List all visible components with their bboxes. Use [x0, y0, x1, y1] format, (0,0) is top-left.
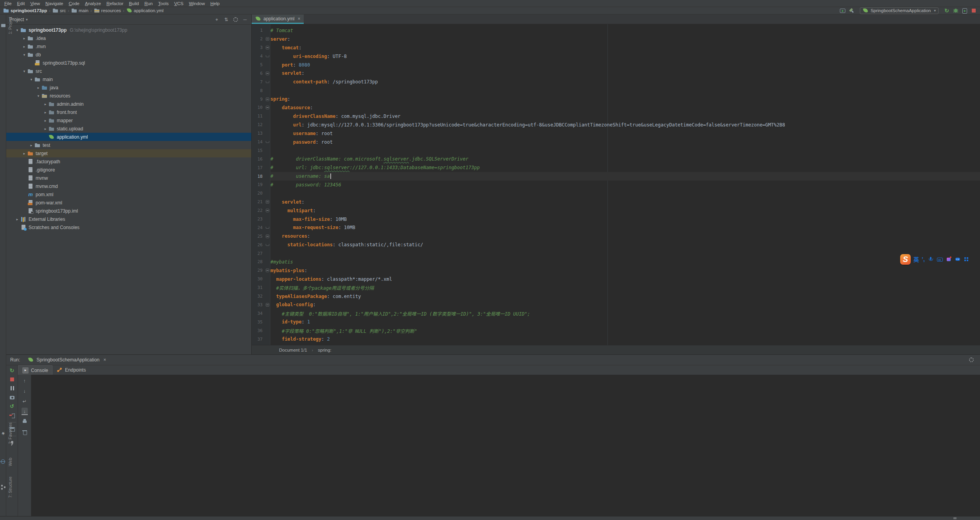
- tree-item-scratches-and-consoles[interactable]: Scratches and Consoles: [6, 223, 251, 231]
- code-line-22[interactable]: 22 multipart:: [252, 206, 980, 215]
- code-line-32[interactable]: 32 typeAliasesPackage: com.entity: [252, 292, 980, 301]
- stop-icon[interactable]: [9, 376, 15, 383]
- tree-item--gitignore[interactable]: .gitignore: [6, 166, 251, 174]
- menu-file[interactable]: File: [2, 1, 14, 6]
- tree-item-external-libraries[interactable]: ▸External Libraries: [6, 215, 251, 223]
- fold-marker[interactable]: [264, 227, 270, 229]
- menu-edit[interactable]: Edit: [14, 1, 28, 6]
- code-line-25[interactable]: 25 resources:: [252, 232, 980, 240]
- menu-navigate[interactable]: Navigate: [43, 1, 66, 6]
- fold-marker[interactable]: [264, 46, 270, 49]
- fold-marker[interactable]: [264, 235, 270, 238]
- code-line-36[interactable]: 36 #字段策略 0:"忽略判断",1:"非 NULL 判断"),2:"非空判断…: [252, 326, 980, 335]
- code-line-34[interactable]: 34 #主键类型 0:"数据库ID自增", 1:"用户输入ID",2:"全局唯一…: [252, 309, 980, 318]
- tree-item-application-yml[interactable]: application.yml: [6, 133, 251, 141]
- settings-gear-icon[interactable]: [232, 16, 239, 23]
- grid-icon[interactable]: [964, 256, 970, 262]
- rerun-icon[interactable]: ↻: [9, 367, 15, 374]
- tree-item-springboot173pp-iml[interactable]: springboot173pp.iml: [6, 207, 251, 215]
- fold-marker[interactable]: [264, 269, 270, 272]
- tree-item-resources[interactable]: ▾resources: [6, 92, 251, 100]
- tool-window-button-1-project[interactable]: 1: Project: [0, 17, 6, 34]
- tree-item-static-upload[interactable]: ▸static.upload: [6, 125, 251, 133]
- code-line-10[interactable]: 10 datasource:: [252, 103, 980, 112]
- print-icon[interactable]: [22, 418, 28, 424]
- code-line-6[interactable]: 6 servlet:: [252, 69, 980, 78]
- tool-window-button-2-favorites[interactable]: ★2: Favorites: [0, 422, 6, 444]
- tree-collapsed-icon[interactable]: ▸: [42, 110, 49, 114]
- pin-icon[interactable]: [9, 440, 15, 446]
- tree-item-front-front[interactable]: ▸front.front: [6, 108, 251, 116]
- console-output[interactable]: [31, 375, 980, 516]
- clear-icon[interactable]: [22, 429, 28, 435]
- build-hammer-icon[interactable]: [848, 7, 855, 14]
- tree-item-springboot173pp[interactable]: ▾springboot173ppG:\shejing\springboot173…: [6, 26, 251, 34]
- exit-icon[interactable]: [9, 412, 15, 419]
- sogou-lang-toggle[interactable]: 英: [913, 255, 919, 263]
- tree-item-src[interactable]: ▾src: [6, 67, 251, 75]
- rerun-icon[interactable]: ↻: [944, 7, 950, 14]
- menu-code[interactable]: Code: [66, 1, 83, 6]
- collapse-all-icon[interactable]: ⇅: [223, 16, 229, 23]
- tree-collapsed-icon[interactable]: ▸: [35, 86, 41, 90]
- pause-icon[interactable]: [9, 385, 15, 392]
- tree-item-pom-war-xml[interactable]: pom-war.xml: [6, 199, 251, 207]
- code-line-14[interactable]: 14 password: root: [252, 138, 980, 146]
- code-line-13[interactable]: 13 username: root: [252, 129, 980, 138]
- tree-item-main[interactable]: ▾main: [6, 75, 251, 83]
- run-tab-endpoints[interactable]: Endpoints: [52, 365, 90, 375]
- stop-icon[interactable]: [971, 7, 977, 14]
- tree-expanded-icon[interactable]: ▾: [28, 78, 34, 81]
- tree-expanded-icon[interactable]: ▾: [21, 53, 27, 57]
- tree-item-java[interactable]: ▸java: [6, 83, 251, 92]
- tree-item-mvnw[interactable]: mvnw: [6, 174, 251, 182]
- fold-marker[interactable]: [264, 98, 270, 101]
- fold-marker[interactable]: [264, 244, 270, 246]
- code-line-26[interactable]: 26 static-locations: classpath:static/,f…: [252, 240, 980, 249]
- code-line-33[interactable]: 33 global-config:: [252, 301, 980, 309]
- code-line-7[interactable]: 7 context-path: /springboot173pp: [252, 78, 980, 86]
- tree-collapsed-icon[interactable]: ▸: [21, 45, 27, 49]
- tree-item-mvnw-cmd[interactable]: mvnw.cmd: [6, 182, 251, 190]
- run-tab-console[interactable]: ▸Console: [18, 365, 52, 375]
- tree-collapsed-icon[interactable]: ▸: [21, 152, 27, 155]
- code-line-18[interactable]: 18# username: sa: [252, 172, 980, 181]
- tool-window-button-7-structure[interactable]: 7: Structure: [0, 477, 6, 498]
- fold-marker[interactable]: [264, 37, 270, 41]
- menu-refactor[interactable]: Refactor: [104, 1, 126, 6]
- tree-collapsed-icon[interactable]: ▸: [42, 127, 49, 131]
- breadcrumb-yaml-key[interactable]: spring:: [318, 348, 331, 352]
- fold-marker[interactable]: [264, 200, 270, 204]
- code-line-5[interactable]: 5 port: 8080: [252, 61, 980, 69]
- breadcrumb-item[interactable]: resources: [94, 7, 121, 14]
- fold-marker[interactable]: [264, 209, 270, 212]
- code-line-27[interactable]: 27: [252, 249, 980, 258]
- mic-icon[interactable]: [928, 256, 934, 262]
- fold-marker[interactable]: [264, 72, 270, 75]
- code-line-19[interactable]: 19# password: 123456: [252, 181, 980, 189]
- up-icon[interactable]: ↑: [22, 378, 28, 384]
- menu-run[interactable]: Run: [142, 1, 155, 6]
- code-line-3[interactable]: 3 tomcat:: [252, 43, 980, 52]
- code-line-17[interactable]: 17# url: jdbc:sqlserver://127.0.0.1:1433…: [252, 163, 980, 172]
- tree-collapsed-icon[interactable]: ▸: [42, 102, 49, 106]
- breadcrumb-item[interactable]: src: [52, 7, 66, 14]
- close-icon[interactable]: ×: [103, 357, 106, 363]
- menu-tools[interactable]: Tools: [155, 1, 171, 6]
- layout-icon[interactable]: [9, 426, 15, 432]
- tree-item--mvn[interactable]: ▸.mvn: [6, 42, 251, 51]
- skin-icon[interactable]: [946, 256, 952, 262]
- tree-collapsed-icon[interactable]: ▸: [42, 119, 49, 123]
- code-editor[interactable]: 1# Tomcat2server:3 tomcat:4 uri-encoding…: [252, 24, 980, 345]
- tree-item--factorypath[interactable]: .factorypath: [6, 157, 251, 166]
- code-line-12[interactable]: 12 url: jdbc:mysql://127.0.0.1:3306/spri…: [252, 121, 980, 129]
- restart-icon[interactable]: ↺: [9, 403, 15, 410]
- code-line-15[interactable]: 15: [252, 146, 980, 155]
- fold-marker[interactable]: [264, 81, 270, 83]
- breadcrumb-item[interactable]: main: [71, 7, 88, 14]
- code-line-16[interactable]: 16# driverClassName: com.microsoft.sqlse…: [252, 155, 980, 163]
- tree-collapsed-icon[interactable]: ▸: [28, 143, 34, 147]
- run-configuration-select[interactable]: SpringbootSchemaApplication▾: [860, 7, 939, 14]
- code-line-31[interactable]: 31 #实体扫描，多个package用逗号或者分号分隔: [252, 283, 980, 292]
- fold-marker[interactable]: [264, 106, 270, 109]
